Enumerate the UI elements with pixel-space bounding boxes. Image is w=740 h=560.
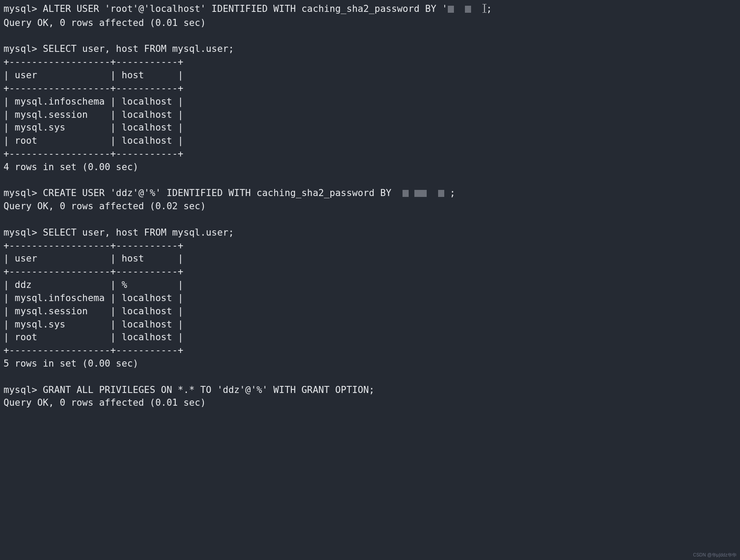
text-cursor-icon bbox=[482, 4, 486, 17]
table-row: | mysql.infoschema | localhost | bbox=[4, 293, 183, 303]
table-border: +------------------+-----------+ bbox=[4, 149, 183, 159]
prompt: mysql> bbox=[4, 227, 43, 238]
redacted-block bbox=[403, 190, 409, 197]
table-row: | mysql.sys | localhost | bbox=[4, 122, 183, 133]
cmd4-sql: SELECT user, host FROM mysql.user; bbox=[43, 227, 234, 238]
cmd1-result: Query OK, 0 rows affected (0.01 sec) bbox=[4, 18, 206, 28]
table-row: | mysql.session | localhost | bbox=[4, 109, 183, 120]
table-row: | root | localhost | bbox=[4, 135, 183, 146]
table-summary: 5 rows in set (0.00 sec) bbox=[4, 358, 138, 369]
table-row: | mysql.session | localhost | bbox=[4, 306, 183, 316]
cmd3-result: Query OK, 0 rows affected (0.02 sec) bbox=[4, 201, 206, 211]
terminal-output[interactable]: mysql> ALTER USER 'root'@'localhost' IDE… bbox=[0, 0, 740, 410]
table-summary: 4 rows in set (0.00 sec) bbox=[4, 162, 138, 172]
table-border: +------------------+-----------+ bbox=[4, 57, 183, 67]
cmd5-sql: GRANT ALL PRIVILEGES ON *.* TO 'ddz'@'%'… bbox=[43, 385, 375, 395]
table-border: +------------------+-----------+ bbox=[4, 83, 183, 94]
redacted-block bbox=[438, 190, 444, 197]
table-border: +------------------+-----------+ bbox=[4, 345, 183, 356]
cmd2-sql: SELECT user, host FROM mysql.user; bbox=[43, 44, 234, 54]
table-header: | user | host | bbox=[4, 70, 183, 80]
cmd3-post: ; bbox=[444, 188, 456, 198]
prompt: mysql> bbox=[4, 4, 43, 14]
table-border: +------------------+-----------+ bbox=[4, 240, 183, 251]
table-border: +------------------+-----------+ bbox=[4, 266, 183, 277]
table-row: | root | localhost | bbox=[4, 332, 183, 342]
redacted-block bbox=[465, 6, 471, 13]
cmd5-result: Query OK, 0 rows affected (0.01 sec) bbox=[4, 397, 206, 408]
table-row: | ddz | % | bbox=[4, 280, 183, 290]
redacted-block bbox=[448, 6, 454, 13]
cmd1-post: ; bbox=[486, 4, 492, 14]
watermark: CSDN @华μ∫ddz华华 bbox=[693, 552, 736, 558]
cmd1-pre: ALTER USER 'root'@'localhost' IDENTIFIED… bbox=[43, 4, 448, 14]
prompt: mysql> bbox=[4, 44, 43, 54]
cmd3-pre: CREATE USER 'ddz'@'%' IDENTIFIED WITH ca… bbox=[43, 188, 397, 198]
prompt: mysql> bbox=[4, 385, 43, 395]
table-row: | mysql.sys | localhost | bbox=[4, 319, 183, 330]
table-row: | mysql.infoschema | localhost | bbox=[4, 96, 183, 107]
table-header: | user | host | bbox=[4, 253, 183, 264]
redacted-block bbox=[414, 190, 427, 197]
prompt: mysql> bbox=[4, 188, 43, 198]
